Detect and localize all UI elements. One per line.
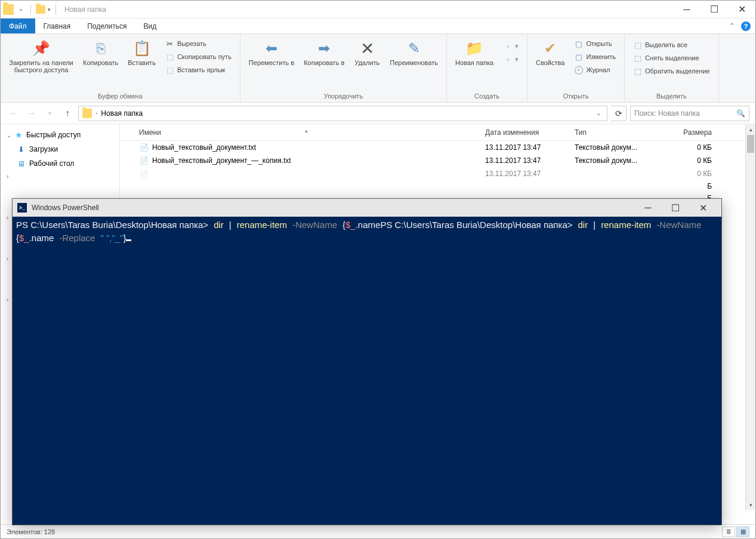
close-button[interactable]: ✕ [728,1,755,19]
sidebar-quickaccess[interactable]: ⌄ ★ Быстрый доступ [1,128,119,142]
open-button[interactable]: ▢Открыть [572,38,618,50]
qat-save-icon[interactable]: ▫ [16,5,26,14]
col-size[interactable]: Размера [664,128,712,137]
copyto-button[interactable]: ➡ Копировать в [300,36,348,69]
view-large-button[interactable]: ▦ [736,526,749,537]
moveto-button[interactable]: ⬅ Переместить в [245,36,298,69]
up-button[interactable]: ↑ [60,106,75,121]
desktop-icon: 🖥 [16,159,26,168]
ps-prompt: PS C:\Users\Taras Buria\Desktop\Новая па… [380,220,572,230]
status-count-label: Элементов: [7,528,42,535]
help-icon[interactable]: ? [741,21,751,31]
col-type[interactable]: Тип [575,128,664,137]
ps-minimize-button[interactable]: ─ [634,199,662,217]
chevron-down-icon[interactable]: ⌄ [7,132,11,138]
minimize-button[interactable]: ─ [673,1,701,19]
titlebar: ▫ ▾ Новая папка ─ ☐ ✕ [1,1,755,19]
maximize-button[interactable]: ☐ [701,1,728,19]
group-organize-label: Упорядочить [245,91,442,101]
cursor [126,239,131,241]
paste-shortcut-button[interactable]: ⬚Вставить ярлык [163,64,234,76]
sidebar-desktop[interactable]: 🖥 Рабочий стол [1,156,119,171]
selectall-icon: ⬚ [633,40,643,50]
tab-share[interactable]: Поделиться [79,19,135,33]
rename-button[interactable]: ✎ Переименовать [386,36,442,69]
search-placeholder: Поиск: Новая папка [634,109,700,118]
ribbon: 📌 Закрепить на панели быстрого доступа ⎘… [1,34,755,103]
selectall-button[interactable]: ⬚Выделить все [631,39,712,51]
col-name[interactable]: ▴ Имени [127,128,485,137]
ps-close-button[interactable]: ✕ [689,199,717,217]
paste-button[interactable]: 📋 Вставить [124,36,159,69]
newitem-button[interactable]: ▫▾ [501,40,521,52]
divider [30,4,31,15]
powershell-titlebar[interactable]: >_ Windows PowerShell ─ ☐ ✕ [13,199,721,217]
chevron-right-icon[interactable]: › [95,110,97,116]
cut-button[interactable]: ✂Вырезать [163,38,234,50]
vertical-scrollbar[interactable]: ▴ ▾ [745,124,755,510]
window-title: Новая папка [64,5,106,14]
scissors-icon: ✂ [165,39,175,48]
copy-button[interactable]: ⎘ Копировать [79,36,122,69]
divider [55,4,56,15]
scroll-down-icon[interactable]: ▾ [746,500,755,510]
star-icon: ★ [15,130,23,140]
copy-path-button[interactable]: ⬚Скопировать путь [163,51,234,63]
selectnone-button[interactable]: ⬚Снять выделение [631,52,712,64]
group-create-label: Создать [452,91,522,101]
view-details-button[interactable]: ≣ [722,526,735,537]
easyaccess-button[interactable]: ▫▾ [501,53,521,65]
copyto-icon: ➡ [314,39,334,58]
search-icon: 🔍 [736,109,745,118]
newfolder-button[interactable]: 📁 Новая папка [452,36,497,69]
file-row[interactable]: Б [120,180,755,192]
easyaccess-icon: ▫ [503,54,513,64]
ribbon-tabs: Файл Главная Поделиться Вид ⌃ ? [1,19,755,34]
selectnone-icon: ⬚ [633,53,643,63]
scroll-up-icon[interactable]: ▴ [746,124,755,134]
address-bar[interactable]: › Новая папка ⌄ [78,106,607,121]
history-icon: 🕘 [574,65,584,75]
recent-dropdown[interactable]: ▾ [42,106,57,121]
file-row[interactable]: 📄 13.11.2017 13:47 0 КБ [120,167,755,180]
search-box[interactable]: Поиск: Новая папка 🔍 [630,106,749,121]
edit-button[interactable]: ▢Изменить [572,51,618,63]
ps-maximize-button[interactable]: ☐ [662,199,689,217]
forward-button[interactable]: → [24,106,39,121]
collapse-ribbon-icon[interactable]: ⌃ [729,21,735,30]
edit-icon: ▢ [574,52,584,61]
sidebar-downloads[interactable]: ⬇ Загрузки [1,142,119,156]
moveto-icon: ⬅ [262,39,281,58]
folder-icon [3,4,14,15]
address-dropdown[interactable]: ⌄ [594,110,603,116]
tab-view[interactable]: Вид [135,19,165,33]
scrollbar-thumb[interactable] [747,135,754,153]
sidebar-expand-1[interactable]: › [1,171,119,182]
column-headers: ▴ Имени Дата изменения Тип Размера [120,124,755,141]
tab-file[interactable]: Файл [1,19,35,33]
properties-button[interactable]: ✔ Свойства [532,36,568,69]
powershell-terminal[interactable]: PS C:\Users\Taras Buria\Desktop\Новая па… [13,217,721,525]
sort-indicator-icon: ▴ [305,128,308,134]
textfile-icon: 📄 [139,156,149,165]
qat-dropdown-icon[interactable]: ▾ [48,7,51,13]
ps-prompt: PS C:\Users\Taras Buria\Desktop\Новая па… [16,220,208,230]
rename-icon: ✎ [405,39,424,58]
file-row[interactable]: 📄Новый_текстовый_документ.txt 13.11.2017… [120,141,755,154]
delete-button[interactable]: ✕ Удалить [350,36,384,69]
textfile-icon: 📄 [139,143,149,152]
copy-label: Копировать [83,59,118,66]
history-button[interactable]: 🕘Журнал [572,64,618,76]
back-button[interactable]: ← [7,106,21,121]
invert-button[interactable]: ⬚Обратить выделение [631,65,712,77]
refresh-button[interactable]: ⟳ [611,106,627,121]
breadcrumb-folder[interactable]: Новая папка [101,109,143,118]
paste-icon: 📋 [132,39,152,58]
group-clipboard-label: Буфер обмена [5,91,235,101]
delete-icon: ✕ [357,39,377,58]
pin-quickaccess-button[interactable]: 📌 Закрепить на панели быстрого доступа [5,36,77,76]
file-row[interactable]: 📄Новый_текстовый_документ_—_копия.txt 13… [120,154,755,167]
col-date[interactable]: Дата изменения [485,128,575,137]
properties-icon: ✔ [541,39,560,58]
tab-home[interactable]: Главная [35,19,79,33]
